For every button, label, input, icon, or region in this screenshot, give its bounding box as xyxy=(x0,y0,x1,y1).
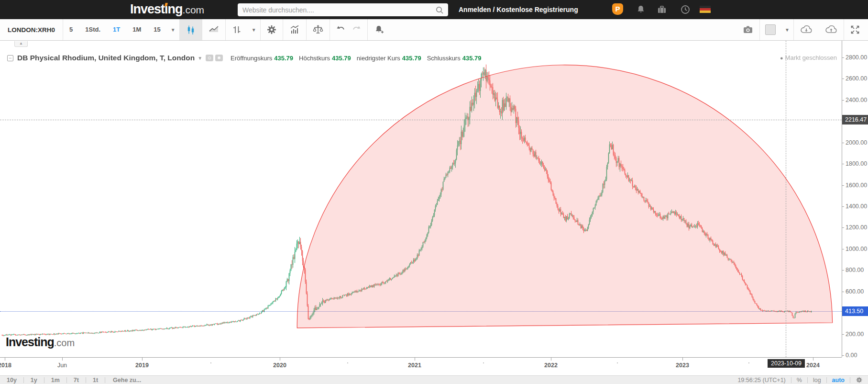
time-axis-label: 2022 xyxy=(544,362,558,369)
timeframe-button-15[interactable]: 15 xyxy=(147,19,166,40)
investing-logo[interactable]: Investing.com xyxy=(130,2,204,17)
timeframe-button-5[interactable]: 5 xyxy=(63,19,79,40)
background-caret-icon[interactable]: ▼ xyxy=(781,27,793,33)
timeframe-button-1Std.[interactable]: 1Std. xyxy=(79,19,107,40)
percent-scale-button[interactable]: % xyxy=(791,377,807,384)
logo-main: Investing xyxy=(130,2,183,16)
line-chart-icon[interactable] xyxy=(202,19,225,40)
undo-icon[interactable] xyxy=(330,19,349,40)
ohlc-values-group: Eröffnungskurs435.79Höchstkurs435.79nied… xyxy=(231,55,487,62)
timeframe-button-1M[interactable]: 1M xyxy=(126,19,147,40)
time-axis-label: 2021 xyxy=(408,362,421,369)
time-axis[interactable]: 2023-10-09 2018Jun2019202020212022202320… xyxy=(0,357,842,375)
bottom-range-bar: 10y1y1m7t1t Gehe zu... 19:56:25 (UTC+1) … xyxy=(0,375,868,384)
range-button-1t[interactable]: 1t xyxy=(86,377,105,384)
investing-chart-page: Investing.com Anmelden / Kostenlose Regi… xyxy=(0,0,868,384)
range-buttons-group: 10y1y1m7t1t xyxy=(0,377,105,384)
chart-title-row: − DB Physical Rhodium, United Kingdom, T… xyxy=(7,53,487,63)
collapse-toolbar-tab[interactable]: ▲ xyxy=(14,41,28,47)
price-tick-label: 200.00 xyxy=(842,330,868,338)
time-axis-label: 2018 xyxy=(0,362,11,369)
time-axis-tick xyxy=(551,358,551,361)
goto-button[interactable]: Gehe zu... xyxy=(105,377,149,384)
alert-add-icon[interactable] xyxy=(368,19,391,40)
price-tick-label: 2800.00 xyxy=(842,54,868,61)
camera-icon[interactable] xyxy=(736,19,759,40)
ohlc-toggle-icon[interactable]: ⊙ xyxy=(206,55,213,61)
range-button-1y[interactable]: 1y xyxy=(24,377,44,384)
toolbar-left-group: LONDON:XRH0 51Std.1T1M15 ▼ ▼ xyxy=(0,19,391,40)
notifications-bell-icon[interactable] xyxy=(635,4,647,15)
collapse-legend-icon[interactable]: − xyxy=(7,55,13,61)
fullscreen-icon[interactable] xyxy=(844,19,866,40)
range-button-1m[interactable]: 1m xyxy=(44,377,66,384)
crosshair-date-badge: 2023-10-09 xyxy=(768,359,805,368)
login-register-link[interactable]: Anmelden / Kostenlose Registrierung xyxy=(459,0,578,19)
time-axis-minor-dot xyxy=(210,362,211,363)
candlestick-chart-icon[interactable] xyxy=(180,19,202,40)
symbol-label[interactable]: LONDON:XRH0 xyxy=(0,26,63,34)
cloud-upload-icon[interactable] xyxy=(819,19,844,40)
time-axis-tick xyxy=(142,358,143,361)
semicircle-drawing-overlay[interactable] xyxy=(0,41,842,357)
chart-title: DB Physical Rhodium, United Kingdom, T, … xyxy=(17,54,195,62)
log-scale-button[interactable]: log xyxy=(808,377,826,384)
timeframe-group: 51Std.1T1M15 xyxy=(63,19,167,40)
ohlc-value: 435.79 xyxy=(332,55,351,62)
price-tick-label: 2000.00 xyxy=(842,139,868,147)
title-caret-icon[interactable]: ▼ xyxy=(198,56,202,61)
status-dot-icon: ● xyxy=(780,55,783,61)
ohlc-value: 435.79 xyxy=(402,55,421,62)
toolbar-right-group: ▼ xyxy=(736,19,866,40)
price-tick-label: 1200.00 xyxy=(842,224,868,231)
market-status: ●Markt geschlossen xyxy=(780,54,837,61)
timeframe-caret-icon[interactable]: ▼ xyxy=(167,27,179,33)
price-tick-label: 2400.00 xyxy=(842,96,868,104)
price-tick-label: 2600.00 xyxy=(842,75,868,82)
time-axis-tick xyxy=(813,358,813,361)
bar-interval-icon[interactable] xyxy=(226,19,248,40)
last-price-badge: 413.50 xyxy=(842,306,868,316)
background-swatch-icon[interactable] xyxy=(760,19,781,40)
chart-plot-area[interactable]: Investing.com ▲ − DB Physical Rhodium, U… xyxy=(0,41,842,357)
time-axis-label: Jun xyxy=(57,362,67,369)
axis-settings-gear-icon[interactable] xyxy=(850,376,868,384)
time-axis-label: 2020 xyxy=(273,362,286,369)
german-flag-icon[interactable] xyxy=(700,6,711,13)
redo-icon[interactable] xyxy=(349,19,367,40)
ohlc-label: Höchstkurs xyxy=(299,55,330,62)
compare-scales-icon[interactable] xyxy=(307,19,330,40)
price-tick-label: 1400.00 xyxy=(842,203,868,210)
range-button-10y[interactable]: 10y xyxy=(0,377,23,384)
price-tick-label: 800.00 xyxy=(842,266,868,274)
time-axis-tick xyxy=(5,358,5,361)
auto-scale-button[interactable]: auto xyxy=(827,377,850,384)
settings-gear-icon[interactable] xyxy=(261,19,283,40)
logo-suffix: .com xyxy=(183,4,205,15)
chart-style-caret-icon[interactable]: ▼ xyxy=(248,27,260,33)
site-search-box xyxy=(238,3,448,16)
cloud-download-icon[interactable] xyxy=(794,19,819,40)
time-axis-label: 2024 xyxy=(806,362,820,369)
crosshair-price-badge: 2216.47 xyxy=(842,115,868,124)
investing-pro-icon[interactable]: P xyxy=(612,3,623,15)
quick-settings-icon[interactable]: ✱ xyxy=(215,55,223,61)
search-input[interactable] xyxy=(242,6,435,14)
portfolio-briefcase-icon[interactable] xyxy=(656,4,668,15)
search-icon[interactable] xyxy=(435,5,444,15)
chart-toolbar: LONDON:XRH0 51Std.1T1M15 ▼ ▼ xyxy=(0,19,868,41)
ohlc-label: Eröffnungskurs xyxy=(231,55,272,62)
time-axis-tick xyxy=(415,358,415,361)
price-axis[interactable]: 2216.47 413.50 2800.002600.002400.002000… xyxy=(842,41,868,357)
bottom-bar-right-group: 19:56:25 (UTC+1) % log auto xyxy=(732,376,868,384)
indicators-icon[interactable] xyxy=(283,19,306,40)
price-tick-label: 1000.00 xyxy=(842,245,868,253)
recent-clock-icon[interactable] xyxy=(680,4,691,15)
time-axis-tick xyxy=(682,358,683,361)
time-axis-minor-dot xyxy=(483,362,484,363)
timeframe-button-1T[interactable]: 1T xyxy=(107,19,126,40)
ohlc-label: niedrigster Kurs xyxy=(357,55,400,62)
semicircle-annotation[interactable] xyxy=(297,65,832,328)
time-axis-minor-dot xyxy=(347,362,348,363)
range-button-7t[interactable]: 7t xyxy=(67,377,86,384)
